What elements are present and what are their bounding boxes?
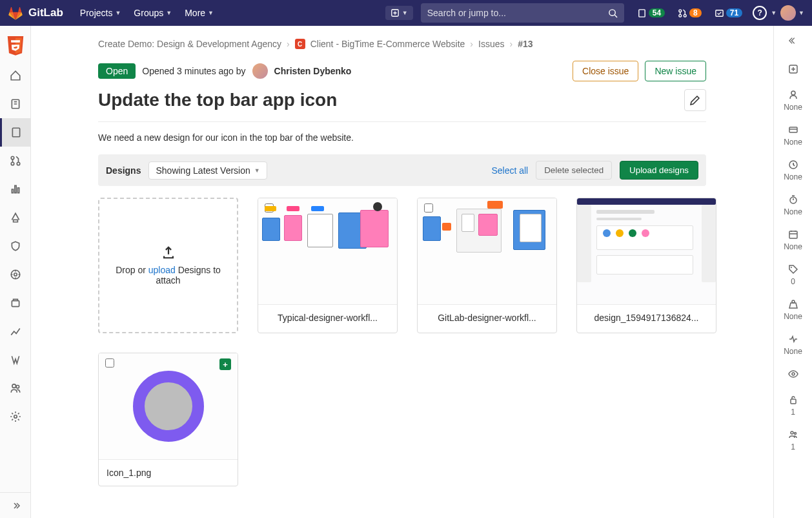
delete-selected-button[interactable]: Delete selected [536, 161, 612, 180]
nav-merge-requests[interactable] [0, 147, 31, 175]
version-selector[interactable]: Showing Latest Version ▼ [148, 161, 267, 180]
chevron-down-icon: ▼ [798, 10, 804, 16]
collapse-sidebar-button[interactable] [0, 492, 30, 518]
plus-square-icon [788, 64, 798, 74]
svg-rect-2 [639, 9, 645, 16]
main-content: Create Demo: Design & Development Agency… [31, 26, 773, 518]
nav-groups[interactable]: Groups▼ [128, 4, 177, 22]
search-box[interactable] [421, 3, 624, 23]
html5-icon [6, 36, 25, 57]
design-filename: GitLab-designer-workfl... [418, 304, 556, 331]
svg-point-25 [792, 300, 795, 303]
user-icon [788, 90, 798, 100]
breadcrumb: Create Demo: Design & Development Agency… [98, 39, 706, 49]
timer-icon [788, 194, 798, 205]
design-thumbnail [577, 198, 716, 304]
design-thumbnail [133, 371, 204, 442]
design-thumbnail [258, 198, 397, 304]
design-card[interactable]: + Icon_1.png [98, 353, 238, 486]
epic-icon [788, 125, 798, 135]
gitlab-logo-icon[interactable] [8, 5, 23, 21]
select-all-link[interactable]: Select all [491, 165, 528, 176]
new-issue-button[interactable]: New issue [645, 61, 706, 81]
sidebar-epic[interactable]: None [774, 118, 812, 153]
svg-point-11 [17, 162, 20, 165]
svg-point-15 [12, 384, 15, 388]
user-avatar[interactable] [780, 5, 796, 21]
svg-point-13 [14, 273, 17, 276]
calendar-icon [788, 229, 798, 240]
nav-packages[interactable] [0, 289, 31, 317]
breadcrumb-project[interactable]: Client - BigTime E-Commerce Website [310, 39, 465, 49]
designs-grid: Drop or upload Designs to attach [98, 198, 706, 486]
sidebar-milestone[interactable]: None [774, 153, 812, 188]
todos-counter[interactable]: 71 [711, 6, 746, 20]
sidebar-assignee[interactable]: None [774, 83, 812, 118]
nav-project-home[interactable] [0, 61, 31, 90]
search-input[interactable] [427, 8, 608, 18]
sidebar-participants[interactable]: 1 [774, 423, 812, 458]
sidebar-weight[interactable]: None [774, 293, 812, 327]
opened-text: Opened 3 minutes ago by [142, 66, 245, 76]
design-thumbnail [418, 198, 556, 304]
author-name[interactable]: Christen Dybenko [274, 66, 352, 76]
issue-header: Open Opened 3 minutes ago by Christen Dy… [98, 61, 706, 89]
issues-counter[interactable]: 54 [633, 6, 669, 20]
upload-designs-button[interactable]: Upload designs [620, 161, 698, 180]
design-card[interactable]: design_1594917136824... [576, 198, 716, 333]
merge-requests-counter[interactable]: 8 [674, 6, 705, 20]
nav-charts[interactable] [0, 317, 31, 346]
project-avatar[interactable] [6, 35, 25, 57]
top-navbar: GitLab Projects▼ Groups▼ More▼ ▼ 54 8 71… [0, 0, 812, 26]
nav-operations[interactable] [0, 260, 31, 289]
nav-analytics[interactable] [0, 175, 31, 203]
svg-point-5 [684, 14, 686, 17]
edit-title-button[interactable] [684, 89, 706, 111]
design-dropzone[interactable]: Drop or upload Designs to attach [98, 198, 238, 333]
close-issue-button[interactable]: Close issue [573, 61, 638, 81]
breadcrumb-group[interactable]: Create Demo: Design & Development Agency [98, 39, 281, 49]
sidebar-confidentiality[interactable] [774, 362, 812, 388]
design-card[interactable]: Typical-designer-workfl... [258, 198, 398, 333]
breadcrumb-issue-id: #13 [518, 39, 533, 49]
nav-settings[interactable] [0, 402, 31, 431]
search-icon [608, 8, 618, 18]
nav-members[interactable] [0, 374, 31, 402]
nav-wiki[interactable] [0, 346, 31, 374]
brand-name[interactable]: GitLab [28, 6, 63, 19]
nav-ci-cd[interactable] [0, 203, 31, 232]
chevron-down-icon: ▼ [208, 10, 214, 16]
svg-point-17 [14, 415, 17, 419]
new-dropdown-button[interactable]: ▼ [385, 6, 413, 20]
design-filename: Icon_1.png [99, 459, 238, 486]
sidebar-due-date[interactable]: None [774, 223, 812, 258]
issue-icon [637, 8, 647, 18]
nav-issues[interactable] [0, 118, 31, 147]
nav-repository[interactable] [0, 90, 31, 118]
svg-point-29 [794, 433, 796, 435]
sidebar-add-todo[interactable] [774, 57, 812, 83]
svg-point-16 [16, 386, 19, 389]
eye-icon [788, 369, 798, 379]
svg-rect-27 [791, 399, 796, 404]
sidebar-time-tracking[interactable]: None [774, 188, 812, 223]
clock-icon [788, 160, 798, 170]
sidebar-lock[interactable]: 1 [774, 388, 812, 423]
help-button[interactable]: ? [753, 6, 767, 20]
design-card[interactable]: GitLab-designer-workfl... [417, 198, 557, 333]
sidebar-health[interactable]: None [774, 327, 812, 362]
nav-projects[interactable]: Projects▼ [75, 4, 127, 22]
lock-open-icon [788, 395, 798, 405]
sidebar-labels[interactable]: 0 [774, 258, 812, 293]
upload-link[interactable]: upload [148, 265, 176, 275]
upload-icon [161, 245, 176, 260]
collapse-right-sidebar-button[interactable] [784, 31, 803, 52]
author-avatar[interactable] [252, 63, 268, 79]
svg-point-4 [679, 14, 682, 17]
design-checkbox[interactable] [105, 358, 114, 368]
svg-point-3 [679, 9, 682, 12]
issue-description: We need a new design for our icon in the… [98, 132, 706, 143]
nav-security[interactable] [0, 232, 31, 260]
breadcrumb-issues[interactable]: Issues [478, 39, 504, 49]
nav-more[interactable]: More▼ [179, 4, 219, 22]
